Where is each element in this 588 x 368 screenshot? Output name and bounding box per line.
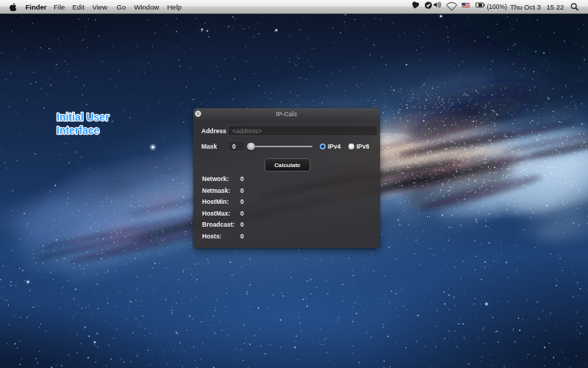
- svg-text:Interface: Interface: [57, 124, 100, 136]
- svg-text:Initial User: Initial User: [57, 111, 110, 123]
